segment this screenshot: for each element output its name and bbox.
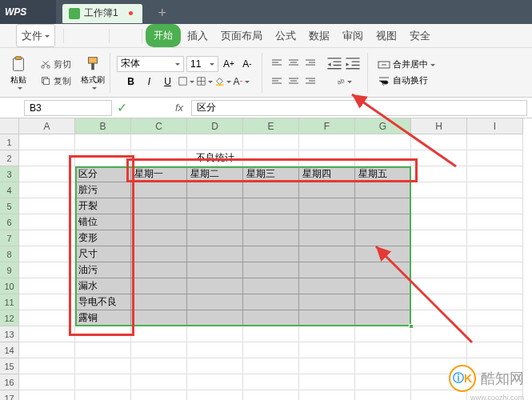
cell-I7[interactable] [467, 230, 523, 246]
cell-E7[interactable] [243, 230, 299, 246]
wrap-text-button[interactable]: 自动换行 [374, 74, 438, 88]
cell-D1[interactable] [187, 134, 243, 150]
font-name-select[interactable]: 宋体 [117, 56, 184, 72]
cell-C16[interactable] [131, 374, 187, 390]
cell-D15[interactable] [187, 358, 243, 374]
cell-I6[interactable] [467, 214, 523, 230]
cell-C12[interactable] [131, 310, 187, 326]
cell-A17[interactable] [19, 390, 75, 400]
font-size-select[interactable]: 11 [186, 56, 218, 72]
cell-G1[interactable] [355, 134, 411, 150]
tab-data[interactable]: 数据 [302, 24, 336, 47]
cell-C1[interactable] [131, 134, 187, 150]
cell-F8[interactable] [299, 246, 355, 262]
cell-A13[interactable] [19, 326, 75, 342]
file-menu[interactable]: 文件 [16, 24, 55, 47]
col-header-B[interactable]: B [75, 118, 131, 134]
col-header-F[interactable]: F [299, 118, 355, 134]
cell-D14[interactable] [187, 342, 243, 358]
cell-D12[interactable] [187, 310, 243, 326]
format-painter-button[interactable]: 格式刷 [79, 55, 106, 90]
cell-I4[interactable] [467, 182, 523, 198]
cell-C4[interactable] [131, 182, 187, 198]
cell-G17[interactable] [355, 390, 411, 400]
cell-E5[interactable] [243, 198, 299, 214]
cell-B17[interactable] [75, 390, 131, 400]
cell-A16[interactable] [19, 374, 75, 390]
col-header-H[interactable]: H [411, 118, 467, 134]
tab-insert[interactable]: 插入 [181, 24, 214, 47]
cell-A15[interactable] [19, 358, 75, 374]
align-right[interactable] [302, 73, 318, 89]
redo-button[interactable] [126, 24, 138, 47]
cell-F7[interactable] [299, 230, 355, 246]
cell-I1[interactable] [467, 134, 523, 150]
cell-A10[interactable] [19, 278, 75, 294]
tab-page-layout[interactable]: 页面布局 [214, 24, 269, 47]
cut-button[interactable]: 剪切 [37, 57, 74, 72]
cell-C6[interactable] [131, 214, 187, 230]
cell-E15[interactable] [243, 358, 299, 374]
tab-view[interactable]: 视图 [370, 24, 403, 47]
tab-formulas[interactable]: 公式 [269, 24, 302, 47]
align-top-right[interactable] [302, 56, 318, 72]
tab-security[interactable]: 安全 [403, 24, 437, 47]
row-header-9[interactable]: 9 [0, 262, 19, 278]
cell-C10[interactable] [131, 278, 187, 294]
decrease-font-button[interactable]: A- [239, 56, 255, 72]
cell-F16[interactable] [299, 374, 355, 390]
col-header-A[interactable]: A [19, 118, 75, 134]
cell-G14[interactable] [355, 342, 411, 358]
cell-G13[interactable] [355, 326, 411, 342]
increase-indent-button[interactable] [345, 56, 361, 72]
align-left[interactable] [269, 73, 285, 89]
cell-D5[interactable] [187, 198, 243, 214]
col-header-E[interactable]: E [243, 118, 299, 134]
cell-D11[interactable] [187, 294, 243, 310]
cell-H13[interactable] [411, 326, 467, 342]
cell-B14[interactable] [75, 342, 131, 358]
row-header-6[interactable]: 6 [0, 214, 19, 230]
row-header-12[interactable]: 12 [0, 310, 19, 326]
increase-font-button[interactable]: A+ [221, 56, 237, 72]
align-top-center[interactable] [286, 56, 302, 72]
cell-style-button[interactable] [197, 74, 213, 90]
font-color-button[interactable]: A [234, 74, 250, 90]
cell-D8[interactable] [187, 246, 243, 262]
cell-F6[interactable] [299, 214, 355, 230]
cell-E13[interactable] [243, 326, 299, 342]
copy-button[interactable]: 复制 [37, 74, 74, 89]
row-header-8[interactable]: 8 [0, 246, 19, 262]
cell-B1[interactable] [75, 134, 131, 150]
cell-A5[interactable] [19, 198, 75, 214]
cell-A8[interactable] [19, 246, 75, 262]
row-header-17[interactable]: 17 [0, 390, 19, 400]
cell-E12[interactable] [243, 310, 299, 326]
cell-F12[interactable] [299, 310, 355, 326]
row-header-3[interactable]: 3 [0, 166, 19, 182]
align-center[interactable] [286, 73, 302, 89]
cell-C5[interactable] [131, 198, 187, 214]
checkmark-icon[interactable]: ✓ [117, 100, 127, 115]
cell-C11[interactable] [131, 294, 187, 310]
print-button[interactable] [80, 24, 93, 47]
cell-E9[interactable] [243, 262, 299, 278]
cell-F13[interactable] [299, 326, 355, 342]
cell-E1[interactable] [243, 134, 299, 150]
hamburger-menu[interactable] [3, 24, 16, 47]
row-header-1[interactable]: 1 [0, 134, 19, 150]
cell-F1[interactable] [299, 134, 355, 150]
cell-I2[interactable] [467, 150, 523, 166]
cell-A14[interactable] [19, 342, 75, 358]
row-header-14[interactable]: 14 [0, 342, 19, 358]
cell-G9[interactable] [355, 262, 411, 278]
document-tab[interactable]: 工作簿1 [62, 4, 142, 23]
cell-I9[interactable] [467, 262, 523, 278]
cell-A4[interactable] [19, 182, 75, 198]
cell-G7[interactable] [355, 230, 411, 246]
cell-G12[interactable] [355, 310, 411, 326]
cell-A11[interactable] [19, 294, 75, 310]
row-header-4[interactable]: 4 [0, 182, 19, 198]
row-header-16[interactable]: 16 [0, 374, 19, 390]
cell-H1[interactable] [411, 134, 467, 150]
